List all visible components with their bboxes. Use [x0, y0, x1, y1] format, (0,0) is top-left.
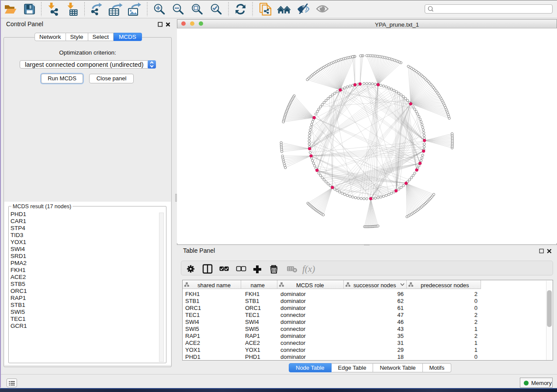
- svg-text:f(x): f(x): [302, 264, 315, 274]
